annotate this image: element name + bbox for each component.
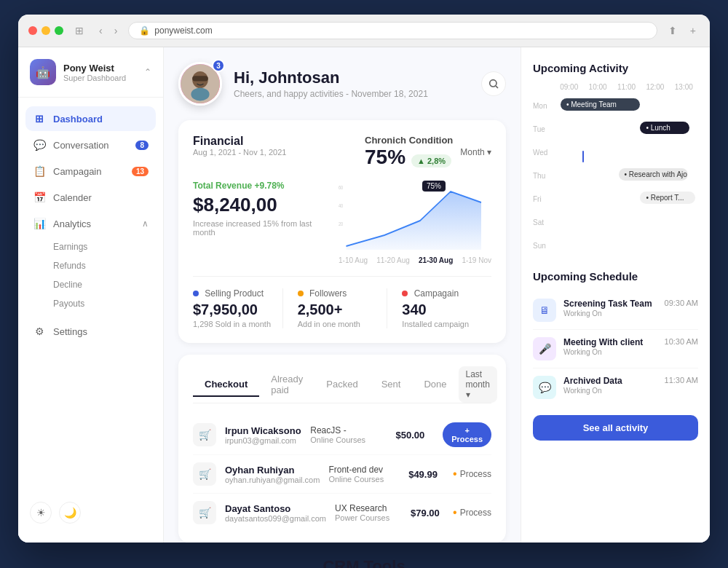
cal-content-sat [553, 212, 698, 232]
calendar-label: Calender [53, 192, 92, 203]
tab-checkout[interactable]: Checkout [193, 373, 259, 397]
tab-filter[interactable]: Last month ▾ [459, 366, 497, 403]
stats-row: Selling Product $7,950,00 1,298 Sold in … [193, 276, 491, 328]
calendar-icon: 📅 [33, 192, 46, 203]
checkout-status-1: + Process [443, 422, 491, 447]
archived-sub: Working On [563, 387, 657, 395]
svg-point-6 [490, 80, 496, 87]
screening-sub: Working On [563, 309, 657, 317]
financial-body: Total Revenue +9.78% $8,240,00 Increase … [193, 181, 491, 264]
sidebar-item-campaign[interactable]: 📋 Campagain 13 [25, 159, 156, 184]
user-name-3: Dayat Santoso [225, 503, 326, 514]
sidebar-item-analytics[interactable]: 📊 Analytics ∧ [25, 211, 156, 236]
share-button[interactable]: ⬆ [665, 23, 681, 38]
event-report: • Report T... [640, 192, 695, 204]
month-selector[interactable]: Month ▾ [460, 147, 491, 157]
financial-title: Financial [193, 135, 286, 148]
minimize-button[interactable] [41, 26, 50, 35]
close-button[interactable] [28, 26, 37, 35]
app-layout: 🤖 Pony Weist Super Dashboard ⌃ ⊞ Dashboa… [18, 47, 710, 543]
submenu-payouts[interactable]: Payouts [46, 294, 156, 313]
cal-content-fri: • Report T... [553, 189, 698, 209]
process-status-3: •Process [453, 506, 491, 519]
user-email-3: dayatsantos099@gmail.com [225, 514, 326, 523]
see-all-button[interactable]: See all activity [533, 415, 698, 441]
campaign-icon: 📋 [33, 165, 46, 177]
cal-content-sun [553, 235, 698, 256]
checkout-price-3: $79.00 [411, 508, 444, 518]
sidebar-item-dashboard[interactable]: ⊞ Dashboard [25, 106, 156, 131]
cal-line-wed [582, 151, 584, 162]
svg-text:60: 60 [339, 184, 343, 190]
screening-info: Screening Task Team Working On [563, 299, 657, 317]
checkout-row-icon: 🛒 [193, 423, 216, 446]
maximize-button[interactable] [55, 26, 63, 35]
sidebar-user-name: Pony Weist [63, 63, 126, 74]
financial-title-block: Financial Aug 1, 2021 - Nov 1, 2021 [193, 135, 286, 157]
product-type-3: Power Courses [335, 513, 402, 522]
archived-info: Archived Data Working On [563, 376, 657, 395]
tab-sent[interactable]: Sent [370, 373, 413, 397]
back-button[interactable]: ‹ [95, 23, 106, 38]
tab-already-paid[interactable]: Already paid [259, 368, 314, 403]
time-0900: 09:00 [555, 83, 583, 91]
page-footer: CRM Tools [323, 557, 405, 568]
event-meeting-team: • Meeting Team [561, 98, 640, 111]
search-button[interactable] [481, 71, 506, 96]
condition-value: 75% [365, 146, 405, 169]
sidebar-user-info: Pony Weist Super Dashboard [63, 63, 126, 82]
submenu-refunds[interactable]: Refunds [46, 256, 156, 275]
tab-packed[interactable]: Packed [314, 373, 369, 397]
sidebar-item-calendar[interactable]: 📅 Calender [25, 185, 156, 210]
table-row: 🛒 Irpun Wicaksono irpun03@gmail.com Reac… [193, 415, 491, 455]
product-name-2: Front-end dev [328, 465, 400, 475]
event-lunch: • Lunch [640, 122, 689, 134]
browser-nav: ‹ › [95, 23, 121, 38]
sidebar-toggle[interactable]: ⊞ [71, 23, 88, 38]
sidebar-header: 🤖 Pony Weist Super Dashboard ⌃ [18, 59, 163, 98]
dashboard-label: Dashboard [53, 114, 103, 125]
table-row: 🛒 Oyhan Ruhiyan oyhan.ruhiyan@gmail.com … [193, 455, 491, 494]
cal-day-sat: Sat [533, 218, 553, 226]
upcoming-activity-title: Upcoming Activity [533, 62, 698, 74]
product-type-2: Online Courses [328, 475, 400, 484]
main-content: 3 Hi, Johntosan Cheers, and happy activi… [164, 47, 521, 543]
stat-selling-sub: 1,298 Sold in a month [193, 320, 282, 328]
process-button-1[interactable]: + Process [443, 422, 491, 447]
browser-actions: ⬆ + [665, 23, 700, 38]
sidebar-item-settings[interactable]: ⚙ Settings [25, 319, 156, 344]
chart-x-labels: 1-10 Aug 11-20 Aug 21-30 Aug 1-19 Nov [339, 256, 491, 264]
chart-block: 75% 60 40 20 [339, 181, 491, 264]
cal-row-fri: Fri • Report T... [533, 189, 698, 209]
upcoming-schedule: Upcoming Schedule 🖥 Screening Task Team … [533, 270, 698, 441]
header-text: Hi, Johntosan Cheers, and happy activiti… [234, 68, 470, 99]
svg-point-5 [191, 87, 209, 100]
cal-day-sun: Sun [533, 242, 553, 250]
traffic-lights [28, 26, 63, 35]
forward-button[interactable]: › [111, 23, 122, 38]
meeting-icon: 🎤 [533, 337, 556, 360]
schedule-item-archived: 💬 Archived Data Working On 11:30 AM [533, 368, 698, 406]
dark-theme-button[interactable]: 🌙 [59, 502, 81, 524]
conversation-badge: 8 [135, 141, 149, 150]
new-tab-button[interactable]: + [687, 23, 700, 38]
right-panel: Upcoming Activity 09:00 10:00 11:00 12:0… [521, 47, 710, 543]
sidebar-item-conversation[interactable]: 💬 Conversation 8 [25, 133, 156, 157]
cal-content-tue: • Lunch [553, 119, 698, 139]
cal-row-thu: Thu • Research with Ajo [533, 165, 698, 186]
address-bar[interactable]: 🔒 ponyweist.com [128, 22, 657, 39]
user-name-1: Irpun Wicaksono [225, 425, 301, 436]
tab-done[interactable]: Done [412, 373, 458, 397]
cal-row-sun: Sun [533, 235, 698, 256]
submenu-earnings[interactable]: Earnings [46, 237, 156, 256]
submenu-decline[interactable]: Decline [46, 275, 156, 294]
cal-row-tue: Tue • Lunch [533, 119, 698, 139]
revenue-block: Total Revenue +9.78% $8,240,00 Increase … [193, 181, 324, 264]
checkout-price-2: $49.99 [408, 469, 444, 480]
checkout-tabs: Checkout Already paid Packed Sent Done L… [193, 366, 491, 403]
product-name-3: UX Research [335, 503, 402, 513]
light-theme-button[interactable]: ☀ [30, 502, 52, 524]
condition-change: ▲ 2,8% [411, 154, 451, 167]
condition-block: Chronich Condition 75% ▲ 2,8% [365, 135, 453, 169]
x-label-3: 21-30 Aug [419, 256, 453, 264]
